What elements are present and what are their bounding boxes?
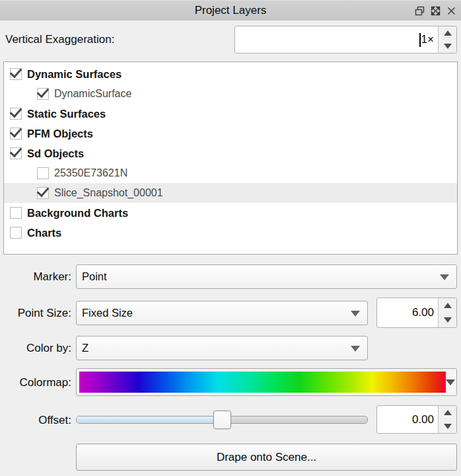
chevron-down-icon xyxy=(351,311,360,317)
spin-buttons xyxy=(438,406,456,433)
tree-item-charts[interactable]: Charts xyxy=(4,223,457,243)
spin-up-button[interactable] xyxy=(439,26,456,40)
tree-item-dynamicsurface[interactable]: DynamicSurface xyxy=(4,84,457,104)
close-icon[interactable] xyxy=(446,5,457,17)
checkbox-unchecked-icon[interactable] xyxy=(10,227,22,239)
colormap-combobox[interactable] xyxy=(76,368,457,396)
vertical-exaggeration-spinbox[interactable]: 1× xyxy=(234,26,457,54)
vertical-exaggeration-value: 1× xyxy=(421,33,434,46)
tree-item-label: DynamicSurface xyxy=(54,88,131,100)
tree-item-label: Background Charts xyxy=(27,207,128,219)
tree-item-label: Charts xyxy=(27,227,61,239)
checkbox-checked-icon[interactable] xyxy=(37,88,49,100)
offset-spinbox[interactable]: 0.00 xyxy=(376,405,457,434)
chevron-down-icon xyxy=(440,274,449,280)
maximize-icon[interactable] xyxy=(430,5,441,17)
text-caret xyxy=(419,33,421,47)
vertical-exaggeration-label: Vertical Exaggeration: xyxy=(5,33,114,46)
checkbox-checked-icon[interactable] xyxy=(10,108,22,120)
tree-item-static-surfaces[interactable]: Static Surfaces xyxy=(4,104,457,124)
tree-item-slice-snapshot-00001[interactable]: Slice_Snapshot_00001 xyxy=(4,183,457,203)
tree-item-label: Sd Objects xyxy=(27,147,84,160)
checkbox-checked-icon[interactable] xyxy=(10,68,22,80)
tree-item-pfm-objects[interactable]: PFM Objects xyxy=(4,124,457,143)
slider-handle[interactable] xyxy=(213,411,231,429)
colormap-label: Colormap: xyxy=(0,376,71,389)
down-arrow-icon xyxy=(444,44,452,49)
down-arrow-icon xyxy=(444,424,452,429)
tree-item-label: Slice_Snapshot_00001 xyxy=(54,187,163,199)
spin-up-button[interactable] xyxy=(439,298,456,313)
tree-item-dynamic-surfaces[interactable]: Dynamic Surfaces xyxy=(4,64,457,84)
offset-slider[interactable] xyxy=(76,410,368,430)
chevron-down-icon xyxy=(351,346,360,352)
point-size-label: Point Size: xyxy=(0,307,71,320)
tree-item-25350e73621n[interactable]: 25350E73621N xyxy=(4,163,457,183)
color-by-label: Color by: xyxy=(0,342,71,355)
tree-item-label: 25350E73621N xyxy=(54,167,127,179)
panel-title: Project Layers xyxy=(195,4,267,17)
point-size-mode-combobox[interactable]: Fixed Size xyxy=(76,301,368,325)
up-arrow-icon xyxy=(444,303,452,308)
spin-buttons xyxy=(438,26,456,53)
tree-item-sd-objects[interactable]: Sd Objects xyxy=(4,143,457,163)
titlebar-buttons xyxy=(414,1,457,21)
tree-item-label: Dynamic Surfaces xyxy=(27,68,122,81)
spin-down-button[interactable] xyxy=(439,40,456,53)
point-size-mode-value: Fixed Size xyxy=(82,307,133,319)
spin-down-button[interactable] xyxy=(439,313,456,327)
spin-buttons xyxy=(438,298,456,327)
spin-up-button[interactable] xyxy=(439,406,456,420)
spin-down-button[interactable] xyxy=(439,420,456,434)
tree-item-label: Static Surfaces xyxy=(27,108,106,120)
slider-fill xyxy=(77,416,222,423)
offset-value: 0.00 xyxy=(412,413,434,426)
marker-combobox[interactable]: Point xyxy=(76,264,457,289)
chevron-down-icon xyxy=(446,379,455,385)
color-by-combobox[interactable]: Z xyxy=(76,336,368,360)
point-size-spinbox[interactable]: 6.00 xyxy=(376,298,457,328)
checkbox-unchecked-icon[interactable] xyxy=(10,207,22,219)
layer-tree: Dynamic SurfacesDynamicSurfaceStatic Sur… xyxy=(3,61,458,255)
checkbox-checked-icon[interactable] xyxy=(37,187,49,199)
down-arrow-icon xyxy=(444,317,452,323)
drape-button-label: Drape onto Scene... xyxy=(217,451,316,464)
checkbox-unchecked-icon[interactable] xyxy=(37,167,49,179)
offset-label: Offset: xyxy=(0,414,71,427)
colormap-gradient-swatch xyxy=(79,372,446,393)
color-by-value: Z xyxy=(82,342,89,354)
checkbox-checked-icon[interactable] xyxy=(10,147,22,159)
tree-item-background-charts[interactable]: Background Charts xyxy=(4,203,457,223)
up-arrow-icon xyxy=(444,410,452,415)
checkbox-checked-icon[interactable] xyxy=(10,128,22,139)
marker-label: Marker: xyxy=(0,270,71,284)
titlebar[interactable]: Project Layers xyxy=(0,0,461,20)
point-size-value: 6.00 xyxy=(412,306,434,319)
project-layers-panel: Project Layers xyxy=(0,0,461,476)
drape-onto-scene-button[interactable]: Drape onto Scene... xyxy=(76,444,457,471)
float-icon[interactable] xyxy=(414,5,425,17)
tree-item-label: PFM Objects xyxy=(27,128,93,140)
up-arrow-icon xyxy=(444,30,452,36)
marker-value: Point xyxy=(82,270,107,283)
